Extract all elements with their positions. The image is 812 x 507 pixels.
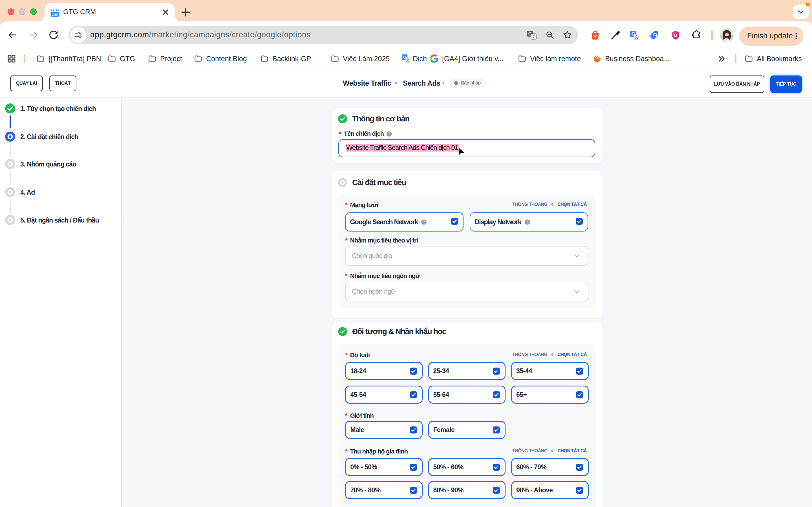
svg-text:CRM: CRM — [52, 13, 58, 16]
svg-text:U: U — [674, 33, 677, 38]
svg-text:文: 文 — [531, 34, 536, 39]
svg-text:文: 文 — [406, 58, 410, 62]
svg-text:文: 文 — [635, 35, 638, 39]
svg-text:GTG: GTG — [51, 8, 59, 12]
